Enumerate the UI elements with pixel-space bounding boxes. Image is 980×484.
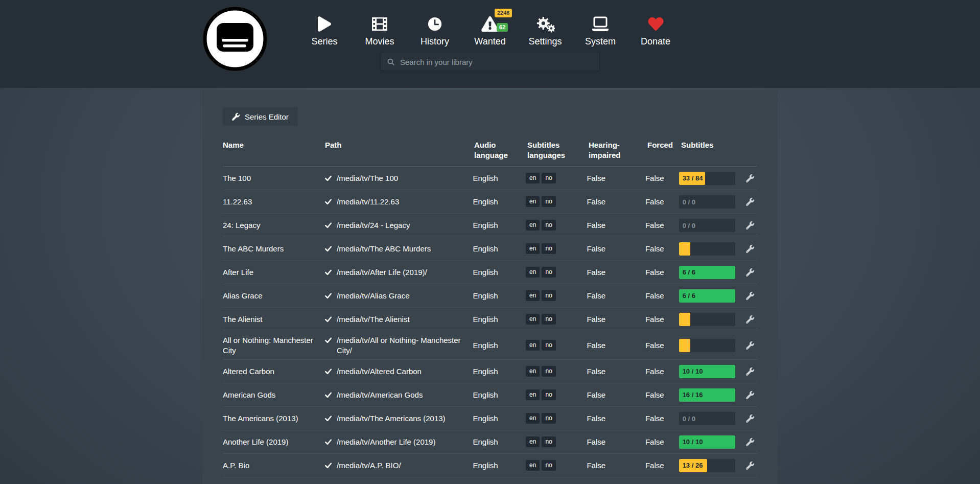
language-badge: en [526,173,540,183]
series-name[interactable]: The ABC Murders [223,244,284,253]
forced-value: False [645,221,664,229]
nav-item-donate[interactable]: Donate [628,15,683,47]
nav-item-series[interactable]: Series [297,15,352,47]
edit-series-button[interactable] [744,436,756,448]
series-name[interactable]: Alias Grace [223,291,263,300]
language-badge: no [542,366,555,376]
subtitles-progress-fill: 6 / 6 [679,266,735,279]
audio-language: English [473,437,498,446]
subtitles-languages: enno [526,340,587,350]
series-path: /media/tv/Alias Grace [337,291,410,301]
edit-series-button[interactable] [744,172,756,185]
search-input[interactable] [400,58,593,66]
nav-label-series: Series [311,36,337,47]
check-icon [324,315,332,323]
forced-value: False [645,315,664,324]
edit-series-button[interactable] [744,266,756,279]
subtitles-progress-fill [679,242,690,256]
check-icon [324,268,332,276]
subtitles-progress-fill: 13 / 26 [679,459,707,472]
nav-label-wanted: Wanted [474,36,505,47]
hearing-impaired-value: False [587,461,605,470]
nav-item-wanted[interactable]: 2246 62 Wanted [462,15,518,47]
language-badge: no [542,196,555,206]
edit-series-button[interactable] [744,196,756,208]
bazarr-logo[interactable] [202,6,268,72]
forced-value: False [645,197,664,206]
wrench-icon [746,221,754,229]
series-path: /media/tv/American Gods [337,390,423,400]
audio-language: English [473,367,498,376]
nav-item-history[interactable]: History [407,15,462,47]
audio-language: English [473,244,498,253]
subtitles-progress-bar: 10 / 10 [679,365,735,378]
audio-language: English [473,268,498,276]
language-badge: no [542,267,555,277]
language-badge: en [526,290,540,301]
wrench-icon [746,341,754,350]
check-icon [324,198,332,205]
edit-series-button[interactable] [744,339,756,352]
subtitles-progress-empty-label: 0 / 0 [683,198,695,205]
edit-series-button[interactable] [744,219,756,232]
header-hearing-impaired: Hearing-impaired [589,140,647,160]
hearing-impaired-value: False [587,174,605,182]
series-editor-button[interactable]: Series Editor [223,107,298,126]
edit-series-button[interactable] [744,412,756,425]
check-icon [324,245,332,252]
series-name[interactable]: The 100 [223,174,251,182]
header-path: Path [325,140,474,160]
forced-value: False [645,390,664,399]
subtitles-progress-bar [679,242,735,256]
series-name[interactable]: All or Nothing: Manchester City [223,336,313,355]
nav-item-system[interactable]: System [573,15,628,47]
series-path: /media/tv/The 100 [337,173,398,183]
nav-item-settings[interactable]: Settings [518,15,573,47]
forced-value: False [645,244,664,253]
subtitles-progress-label: 10 / 10 [679,438,703,446]
check-icon [324,292,332,299]
language-badge: en [526,460,540,470]
search-icon [387,58,395,66]
series-name[interactable]: 24: Legacy [223,221,260,229]
series-name[interactable]: 11.22.63 [223,197,252,206]
edit-series-button[interactable] [744,389,756,401]
series-path: /media/tv/Altered Carbon [337,366,422,377]
table-row: Altered Carbon /media/tv/Altered Carbon … [223,360,757,383]
wrench-icon [746,367,754,376]
edit-series-button[interactable] [744,313,756,326]
subtitles-progress-bar: 13 / 26 [679,459,735,472]
series-name[interactable]: After Life [223,268,253,276]
subtitles-languages: enno [526,173,587,183]
series-name[interactable]: A.P. Bio [223,461,249,470]
nav-item-movies[interactable]: Movies [352,15,407,47]
series-name[interactable]: The Americans (2013) [223,414,298,423]
audio-language: English [473,414,498,423]
audio-language: English [473,341,498,350]
language-badge: en [526,413,540,423]
clock-icon [427,15,442,33]
check-icon [324,391,332,399]
wrench-icon [746,391,754,399]
audio-language: English [473,197,498,206]
play-icon [318,15,331,33]
edit-series-button[interactable] [744,459,756,472]
hearing-impaired-value: False [587,437,605,446]
series-name[interactable]: The Alienist [223,315,263,324]
check-icon [324,174,332,182]
series-name[interactable]: American Gods [223,390,275,399]
language-badge: en [526,220,540,230]
subtitles-progress-bar: 16 / 16 [679,388,735,402]
hearing-impaired-value: False [587,244,605,253]
series-name[interactable]: Altered Carbon [223,367,274,376]
edit-series-button[interactable] [744,365,756,378]
check-icon [324,438,332,446]
subtitles-progress-label: 10 / 10 [679,367,703,375]
edit-series-button[interactable] [744,243,756,255]
edit-series-button[interactable] [744,290,756,302]
language-badge: en [526,340,540,350]
wrench-icon [746,268,754,276]
series-name[interactable]: Another Life (2019) [223,437,288,446]
table-body: The 100 /media/tv/The 100 English enno F… [223,167,757,477]
hearing-impaired-value: False [587,341,605,350]
